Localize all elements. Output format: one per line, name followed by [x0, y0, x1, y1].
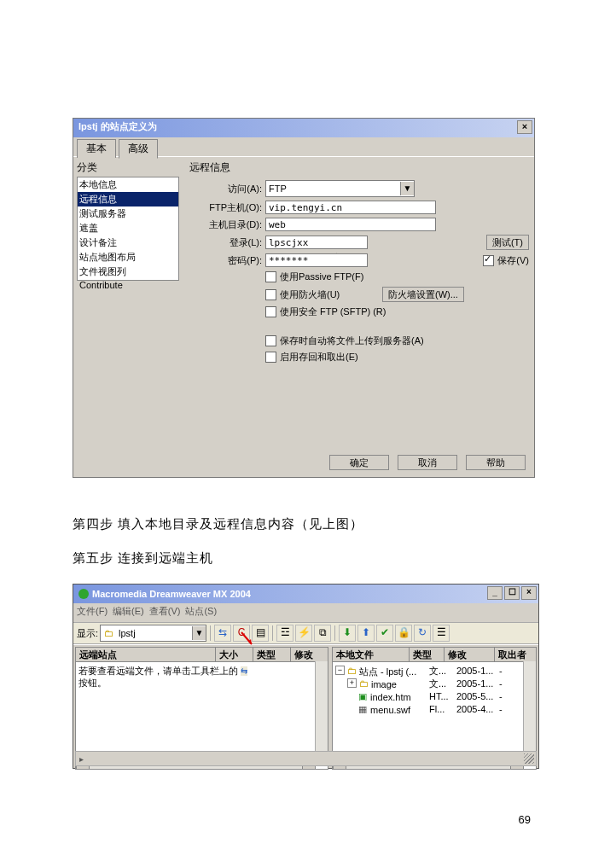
sync-icon[interactable]: ↻ [414, 625, 431, 642]
save-checkbox[interactable] [483, 255, 494, 266]
expand-icon[interactable]: ⧉ [314, 625, 331, 642]
checkin-icon[interactable]: 🔒 [395, 625, 412, 642]
category-listbox[interactable]: 本地信息 远程信息 测试服务器 遮盖 设计备注 站点地图布局 文件视图列 Con… [77, 177, 179, 281]
help-button[interactable]: 帮助 [466, 455, 526, 470]
tab-advanced[interactable]: 高级 [119, 139, 158, 159]
col-modified[interactable]: 修改 [445, 648, 495, 661]
firewall-checkbox[interactable] [265, 289, 276, 300]
ok-button[interactable]: 确定 [329, 455, 389, 470]
table-row[interactable]: +🗀image 文... 2005-1... - [335, 678, 533, 690]
connect-icon[interactable]: ⇆ [214, 625, 231, 642]
testing-icon[interactable]: ⚡ [295, 625, 312, 642]
tab-basic[interactable]: 基本 [77, 139, 116, 158]
window-titlebar: Macromedia Dreamweaver MX 2004 _ ☐ × [73, 585, 538, 603]
menu-site[interactable]: 站点(S) [185, 605, 217, 620]
vertical-scrollbar[interactable] [315, 661, 328, 757]
cancel-button[interactable]: 取消 [398, 455, 457, 470]
host-dir-label: 主机目录(D): [189, 218, 265, 231]
dreamweaver-icon [78, 589, 89, 599]
get-icon[interactable]: ⬇ [339, 625, 356, 642]
html-file-icon: ▣ [357, 690, 368, 701]
login-label: 登录(L): [189, 236, 265, 249]
test-button[interactable]: 测试(T) [486, 235, 529, 250]
site-icon: 🗀 [346, 665, 357, 675]
firewall-settings-button[interactable]: 防火墙设置(W)... [382, 287, 464, 302]
put-icon[interactable]: ⬆ [357, 625, 375, 642]
col-type[interactable]: 类型 [410, 648, 445, 661]
refresh-icon[interactable]: C [233, 625, 250, 642]
auto-upload-label: 保存时自动将文件上传到服务器(A) [280, 334, 424, 347]
sftp-label: 使用安全 FTP (SFTP) (R) [280, 305, 386, 318]
category-label: 分类 [77, 160, 179, 175]
close-icon[interactable]: × [521, 586, 537, 600]
password-label: 密码(P): [189, 254, 265, 267]
table-row[interactable]: −🗀站点 - lpstj (... 文... 2005-1... - [335, 665, 533, 678]
dreamweaver-window: Macromedia Dreamweaver MX 2004 _ ☐ × ↖ 文… [73, 584, 539, 769]
access-value: FTP [269, 183, 287, 194]
folder-icon: 🗀 [358, 678, 369, 688]
access-combo[interactable]: FTP ▼ [265, 180, 415, 197]
list-item[interactable]: 站点地图布局 [78, 250, 178, 265]
firewall-label: 使用防火墙(U) [280, 288, 382, 301]
list-item[interactable]: 远程信息 [78, 192, 178, 206]
resize-grip-icon[interactable] [524, 753, 534, 764]
list-item[interactable]: 设计备注 [78, 236, 178, 250]
expand-icon[interactable]: + [347, 678, 357, 688]
list-item[interactable]: 遮盖 [78, 221, 178, 236]
category-panel: 分类 本地信息 远程信息 测试服务器 遮盖 设计备注 站点地图布局 文件视图列 … [73, 157, 183, 460]
remote-hint-line1: 若要查看远端文件，请单击工具栏上的 [78, 666, 238, 676]
list-item[interactable]: 测试服务器 [78, 206, 178, 221]
site-combo[interactable]: 🗀 lpstj ▼ [100, 625, 206, 642]
menu-edit[interactable]: 编辑(E) [113, 605, 144, 620]
checkout-icon[interactable]: ✔ [376, 625, 393, 642]
chevron-down-icon[interactable]: ▼ [400, 182, 414, 195]
sitemap-icon[interactable]: ☲ [276, 625, 293, 642]
col-checkedout[interactable]: 取出者 [495, 648, 536, 661]
list-item[interactable]: 文件视图列 [78, 265, 178, 279]
tab-strip: 基本 高级 [73, 137, 534, 157]
page-number: 69 [519, 813, 531, 826]
toolbar: 显示: 🗀 lpstj ▼ ⇆ C ▤ ☲ ⚡ ⧉ ⬇ ⬆ ✔ 🔒 ↻ ☰ [73, 623, 538, 644]
list-item[interactable]: Contribute [78, 279, 178, 291]
menu-file[interactable]: 文件(F) [77, 605, 108, 620]
col-local[interactable]: 本地文件 [333, 648, 410, 661]
menu-view[interactable]: 查看(V) [149, 605, 181, 620]
close-icon[interactable]: × [517, 120, 532, 134]
list-item[interactable]: 本地信息 [78, 177, 178, 192]
status-handle-icon[interactable]: ▸ [79, 754, 84, 764]
chevron-down-icon[interactable]: ▼ [192, 626, 206, 640]
sftp-checkbox[interactable] [265, 306, 276, 317]
show-label: 显示: [77, 627, 98, 640]
login-input[interactable] [265, 236, 368, 249]
remote-hint-line2: 按钮。 [78, 678, 107, 688]
collapse-icon[interactable]: − [335, 666, 345, 675]
col-type[interactable]: 类型 [253, 648, 291, 661]
minimize-icon[interactable]: _ [487, 586, 503, 600]
panel-title: 远程信息 [189, 160, 529, 175]
checkinout-checkbox[interactable] [265, 352, 276, 363]
maximize-icon[interactable]: ☐ [504, 586, 520, 600]
view-icon[interactable]: ☰ [433, 625, 450, 642]
host-dir-input[interactable] [265, 218, 436, 231]
auto-upload-checkbox[interactable] [265, 335, 276, 346]
col-modified[interactable]: 修改 [291, 648, 328, 661]
vertical-scrollbar[interactable] [523, 661, 536, 757]
window-title: Macromedia Dreamweaver MX 2004 [92, 589, 251, 599]
ftp-host-label: FTP主机(O): [189, 201, 265, 214]
remote-pane-header: 远端站点 大小 类型 修改 [76, 648, 328, 662]
status-bar: ▸ [75, 751, 537, 766]
ftp-host-input[interactable] [265, 201, 436, 214]
table-row[interactable]: ▣index.htm HT... 2005-5... - [335, 690, 533, 703]
access-label: 访问(A): [189, 183, 265, 195]
password-input[interactable] [265, 253, 368, 267]
col-remote[interactable]: 远端站点 [76, 648, 216, 661]
table-row[interactable]: ▦menu.swf Fl... 2005-4... - [335, 703, 533, 716]
local-pane-header: 本地文件 类型 修改 取出者 [333, 648, 536, 662]
dialog-titlebar: lpstj 的站点定义为 × [73, 119, 534, 137]
connect-icon: ⇆ [241, 666, 247, 676]
passive-ftp-checkbox[interactable] [265, 271, 276, 282]
checkinout-label: 启用存回和取出(E) [280, 351, 358, 364]
ftp-log-icon[interactable]: ▤ [252, 625, 269, 642]
save-checkbox-label: 保存(V) [497, 254, 529, 267]
col-size[interactable]: 大小 [216, 648, 253, 661]
